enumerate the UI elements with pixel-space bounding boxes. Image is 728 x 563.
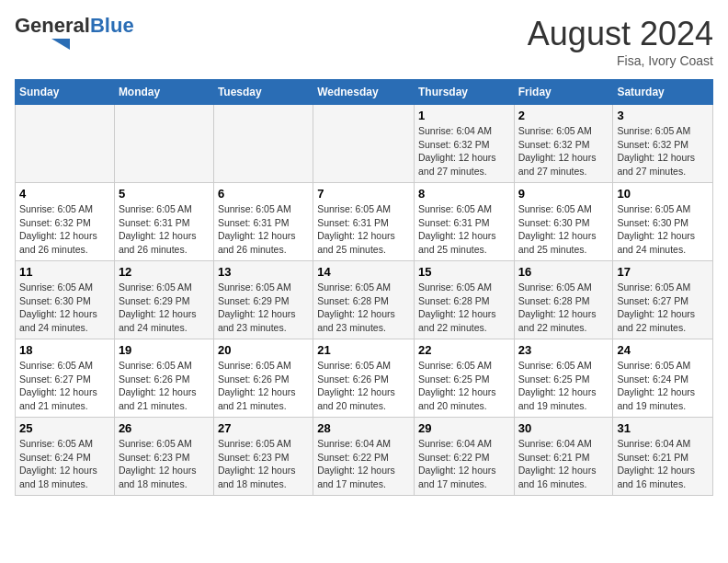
calendar-cell [213,105,313,183]
page-header: GeneralBlue August 2024 Fisa, Ivory Coas… [15,15,713,68]
day-number: 16 [518,265,609,279]
day-number: 3 [617,109,709,122]
day-info: Sunrise: 6:05 AM Sunset: 6:32 PM Dayligh… [518,124,609,178]
day-number: 8 [418,187,510,201]
day-info: Sunrise: 6:05 AM Sunset: 6:30 PM Dayligh… [518,202,609,257]
weekday-header-friday: Friday [514,80,613,105]
calendar-cell: 27Sunrise: 6:05 AM Sunset: 6:23 PM Dayli… [213,418,313,496]
day-info: Sunrise: 6:04 AM Sunset: 6:21 PM Dayligh… [617,437,709,491]
day-number: 2 [518,109,609,122]
weekday-header-thursday: Thursday [414,80,514,105]
calendar-cell: 5Sunrise: 6:05 AM Sunset: 6:31 PM Daylig… [114,183,213,261]
day-number: 21 [317,343,410,357]
calendar-cell: 4Sunrise: 6:05 AM Sunset: 6:32 PM Daylig… [16,183,115,261]
day-number: 4 [19,187,110,201]
calendar-cell: 2Sunrise: 6:05 AM Sunset: 6:32 PM Daylig… [514,105,613,183]
logo-blue-text: Blue [90,14,134,37]
calendar-cell: 8Sunrise: 6:05 AM Sunset: 6:31 PM Daylig… [414,183,514,261]
calendar-cell: 12Sunrise: 6:05 AM Sunset: 6:29 PM Dayli… [114,261,213,339]
day-info: Sunrise: 6:05 AM Sunset: 6:32 PM Dayligh… [19,202,110,257]
month-year: August 2024 [528,15,713,53]
day-info: Sunrise: 6:05 AM Sunset: 6:25 PM Dayligh… [418,359,510,413]
day-info: Sunrise: 6:05 AM Sunset: 6:31 PM Dayligh… [119,202,210,257]
day-info: Sunrise: 6:05 AM Sunset: 6:25 PM Dayligh… [518,359,609,413]
logo: GeneralBlue [15,15,134,53]
day-info: Sunrise: 6:05 AM Sunset: 6:30 PM Dayligh… [19,281,110,335]
day-info: Sunrise: 6:05 AM Sunset: 6:31 PM Dayligh… [317,202,410,257]
day-info: Sunrise: 6:05 AM Sunset: 6:28 PM Dayligh… [418,281,510,335]
day-number: 9 [518,187,609,201]
day-number: 13 [218,265,309,279]
day-number: 17 [617,265,709,279]
day-number: 1 [418,109,510,122]
day-info: Sunrise: 6:05 AM Sunset: 6:26 PM Dayligh… [119,359,210,413]
day-info: Sunrise: 6:05 AM Sunset: 6:32 PM Dayligh… [617,124,709,178]
calendar-cell: 17Sunrise: 6:05 AM Sunset: 6:27 PM Dayli… [613,261,713,339]
calendar-cell: 15Sunrise: 6:05 AM Sunset: 6:28 PM Dayli… [414,261,514,339]
day-number: 14 [317,265,410,279]
day-info: Sunrise: 6:04 AM Sunset: 6:21 PM Dayligh… [518,437,609,491]
calendar-cell: 14Sunrise: 6:05 AM Sunset: 6:28 PM Dayli… [313,261,415,339]
calendar-cell: 3Sunrise: 6:05 AM Sunset: 6:32 PM Daylig… [613,105,713,183]
calendar-cell [114,105,213,183]
calendar-cell: 16Sunrise: 6:05 AM Sunset: 6:28 PM Dayli… [514,261,613,339]
day-info: Sunrise: 6:05 AM Sunset: 6:24 PM Dayligh… [617,359,709,413]
calendar-table: SundayMondayTuesdayWednesdayThursdayFrid… [15,79,713,496]
calendar-cell: 7Sunrise: 6:05 AM Sunset: 6:31 PM Daylig… [313,183,415,261]
calendar-cell: 20Sunrise: 6:05 AM Sunset: 6:26 PM Dayli… [213,339,313,418]
calendar-cell: 10Sunrise: 6:05 AM Sunset: 6:30 PM Dayli… [613,183,713,261]
day-info: Sunrise: 6:05 AM Sunset: 6:23 PM Dayligh… [218,437,309,491]
day-number: 23 [518,343,609,357]
day-info: Sunrise: 6:05 AM Sunset: 6:26 PM Dayligh… [218,359,309,413]
day-info: Sunrise: 6:05 AM Sunset: 6:31 PM Dayligh… [218,202,309,257]
calendar-cell: 13Sunrise: 6:05 AM Sunset: 6:29 PM Dayli… [213,261,313,339]
day-number: 25 [19,421,110,435]
calendar-cell: 9Sunrise: 6:05 AM Sunset: 6:30 PM Daylig… [514,183,613,261]
calendar-cell: 22Sunrise: 6:05 AM Sunset: 6:25 PM Dayli… [414,339,514,418]
day-number: 30 [518,421,609,435]
logo-icon [15,39,70,50]
weekday-header-tuesday: Tuesday [213,80,313,105]
calendar-cell: 30Sunrise: 6:04 AM Sunset: 6:21 PM Dayli… [514,418,613,496]
day-info: Sunrise: 6:05 AM Sunset: 6:29 PM Dayligh… [119,281,210,335]
weekday-header-row: SundayMondayTuesdayWednesdayThursdayFrid… [16,80,713,105]
weekday-header-wednesday: Wednesday [313,80,415,105]
day-number: 28 [317,421,410,435]
day-info: Sunrise: 6:05 AM Sunset: 6:23 PM Dayligh… [119,437,210,491]
weekday-header-saturday: Saturday [613,80,713,105]
calendar-week-row: 1Sunrise: 6:04 AM Sunset: 6:32 PM Daylig… [16,105,713,183]
calendar-cell: 25Sunrise: 6:05 AM Sunset: 6:24 PM Dayli… [16,418,115,496]
calendar-cell: 11Sunrise: 6:05 AM Sunset: 6:30 PM Dayli… [16,261,115,339]
day-number: 6 [218,187,309,201]
calendar-cell: 1Sunrise: 6:04 AM Sunset: 6:32 PM Daylig… [414,105,514,183]
day-info: Sunrise: 6:05 AM Sunset: 6:27 PM Dayligh… [617,281,709,335]
calendar-cell [313,105,415,183]
calendar-cell: 6Sunrise: 6:05 AM Sunset: 6:31 PM Daylig… [213,183,313,261]
calendar-week-row: 11Sunrise: 6:05 AM Sunset: 6:30 PM Dayli… [16,261,713,339]
calendar-cell: 29Sunrise: 6:04 AM Sunset: 6:22 PM Dayli… [414,418,514,496]
day-info: Sunrise: 6:05 AM Sunset: 6:28 PM Dayligh… [317,281,410,335]
location: Fisa, Ivory Coast [528,53,713,68]
calendar-week-row: 25Sunrise: 6:05 AM Sunset: 6:24 PM Dayli… [16,418,713,496]
day-number: 29 [418,421,510,435]
day-info: Sunrise: 6:04 AM Sunset: 6:32 PM Dayligh… [418,124,510,178]
calendar-cell: 19Sunrise: 6:05 AM Sunset: 6:26 PM Dayli… [114,339,213,418]
day-number: 24 [617,343,709,357]
day-info: Sunrise: 6:05 AM Sunset: 6:28 PM Dayligh… [518,281,609,335]
day-number: 18 [19,343,110,357]
calendar-cell: 24Sunrise: 6:05 AM Sunset: 6:24 PM Dayli… [613,339,713,418]
day-number: 22 [418,343,510,357]
day-info: Sunrise: 6:05 AM Sunset: 6:26 PM Dayligh… [317,359,410,413]
day-number: 10 [617,187,709,201]
day-info: Sunrise: 6:04 AM Sunset: 6:22 PM Dayligh… [418,437,510,491]
svg-marker-0 [51,39,70,50]
calendar-cell: 28Sunrise: 6:04 AM Sunset: 6:22 PM Dayli… [313,418,415,496]
title-block: August 2024 Fisa, Ivory Coast [528,15,713,68]
day-info: Sunrise: 6:05 AM Sunset: 6:27 PM Dayligh… [19,359,110,413]
day-info: Sunrise: 6:05 AM Sunset: 6:30 PM Dayligh… [617,202,709,257]
logo-general-text: General [15,14,90,37]
day-number: 7 [317,187,410,201]
day-number: 27 [218,421,309,435]
day-info: Sunrise: 6:05 AM Sunset: 6:29 PM Dayligh… [218,281,309,335]
day-info: Sunrise: 6:05 AM Sunset: 6:31 PM Dayligh… [418,202,510,257]
